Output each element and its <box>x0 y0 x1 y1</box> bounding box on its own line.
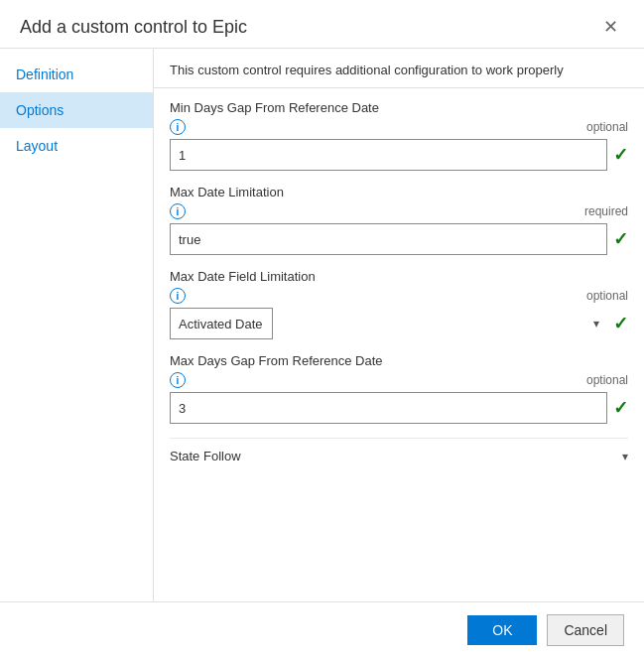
select-max-date-field-limitation[interactable]: Activated Date Created Date Resolved Dat… <box>170 308 273 339</box>
expand-icon: ▾ <box>622 450 628 463</box>
info-icon-max-days-gap[interactable]: i <box>170 372 186 388</box>
field-label-max-date-field-limitation: Max Date Field Limitation <box>170 269 628 284</box>
field-input-row-min-days-gap: ✓ <box>170 139 628 171</box>
field-hint-max-date-limitation: required <box>584 204 628 218</box>
config-notice: This custom control requires additional … <box>154 49 644 88</box>
field-hint-max-date-field-limitation: optional <box>586 289 628 303</box>
state-follow-row[interactable]: State Follow ▾ <box>170 438 628 473</box>
sidebar-item-options[interactable]: Options <box>0 92 153 128</box>
info-icon-max-date-limitation[interactable]: i <box>170 203 186 219</box>
field-max-date-field-limitation: Max Date Field Limitation i optional Act… <box>170 269 628 339</box>
field-hint-min-days-gap: optional <box>586 120 628 134</box>
input-max-days-gap[interactable] <box>170 392 607 424</box>
dialog-body: Definition Options Layout This custom co… <box>0 49 644 601</box>
field-max-days-gap: Max Days Gap From Reference Date i optio… <box>170 353 628 424</box>
field-min-days-gap: Min Days Gap From Reference Date i optio… <box>170 100 628 171</box>
ok-button[interactable]: OK <box>467 615 537 645</box>
input-max-date-limitation[interactable] <box>170 223 607 255</box>
check-icon-max-days-gap: ✓ <box>613 397 628 419</box>
dialog-header: Add a custom control to Epic ✕ <box>0 0 644 49</box>
input-min-days-gap[interactable] <box>170 139 607 171</box>
state-follow-label: State Follow <box>170 449 241 463</box>
field-label-max-days-gap: Max Days Gap From Reference Date <box>170 353 628 368</box>
sidebar-item-definition[interactable]: Definition <box>0 57 153 92</box>
field-input-row-max-days-gap: ✓ <box>170 392 628 424</box>
check-icon-min-days-gap: ✓ <box>613 144 628 166</box>
field-max-date-limitation: Max Date Limitation i required ✓ <box>170 185 628 255</box>
field-meta-min-days-gap: i optional <box>170 119 628 135</box>
field-meta-max-date-limitation: i required <box>170 203 628 219</box>
field-input-row-max-date-limitation: ✓ <box>170 223 628 255</box>
chevron-down-icon: ▾ <box>593 317 599 330</box>
main-content: This custom control requires additional … <box>154 49 644 601</box>
info-icon-max-date-field-limitation[interactable]: i <box>170 288 186 304</box>
scrollable-area[interactable]: Min Days Gap From Reference Date i optio… <box>154 88 644 601</box>
dialog-title: Add a custom control to Epic <box>20 17 247 38</box>
dialog-footer: OK Cancel <box>0 601 644 658</box>
field-label-max-date-limitation: Max Date Limitation <box>170 185 628 199</box>
check-icon-max-date-limitation: ✓ <box>613 228 628 250</box>
check-icon-max-date-field-limitation: ✓ <box>613 313 628 334</box>
dialog: Add a custom control to Epic ✕ Definitio… <box>0 0 644 658</box>
select-wrapper-max-date-field: Activated Date Created Date Resolved Dat… <box>170 308 607 339</box>
cancel-button[interactable]: Cancel <box>547 614 624 646</box>
field-meta-max-days-gap: i optional <box>170 372 628 388</box>
field-hint-max-days-gap: optional <box>586 373 628 387</box>
close-button[interactable]: ✕ <box>597 16 624 38</box>
field-label-min-days-gap: Min Days Gap From Reference Date <box>170 100 628 115</box>
sidebar: Definition Options Layout <box>0 49 154 601</box>
field-meta-max-date-field-limitation: i optional <box>170 288 628 304</box>
field-input-row-max-date-field-limitation: Activated Date Created Date Resolved Dat… <box>170 308 628 339</box>
sidebar-item-layout[interactable]: Layout <box>0 128 153 164</box>
info-icon-min-days-gap[interactable]: i <box>170 119 186 135</box>
